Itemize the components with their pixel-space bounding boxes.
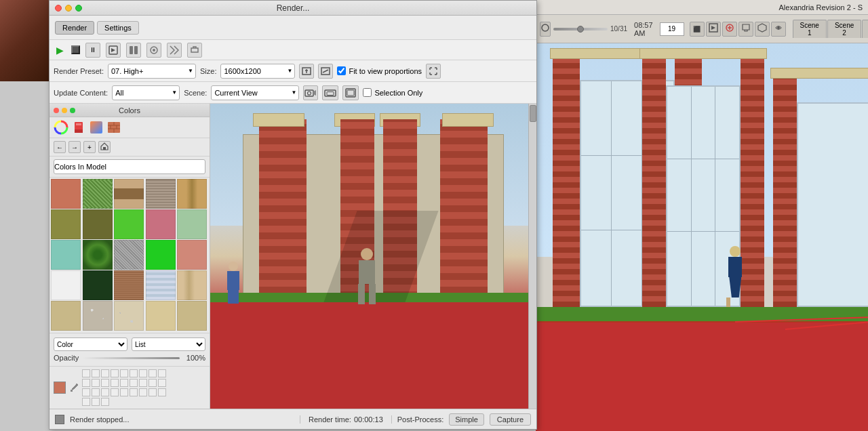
pattern-btn-4[interactable]: [111, 369, 119, 377]
pattern-btn-30[interactable]: [101, 398, 109, 406]
swatch-dark-olive[interactable]: [83, 209, 113, 239]
pattern-btn-28[interactable]: [82, 398, 90, 406]
pattern-btn-10[interactable]: [82, 379, 90, 387]
opacity-slider-track[interactable]: [83, 357, 180, 359]
swatch-tan[interactable]: [51, 301, 81, 331]
scene-select[interactable]: Current View: [211, 85, 299, 100]
color-wheel-icon[interactable]: [54, 120, 68, 135]
pattern-btn-23[interactable]: [120, 388, 128, 396]
render-icon-5[interactable]: [187, 43, 202, 58]
next-color-btn[interactable]: →: [68, 141, 81, 153]
color-type-select[interactable]: Color: [54, 337, 127, 351]
update-content-select[interactable]: All: [112, 85, 180, 100]
pattern-btn-8[interactable]: [149, 369, 157, 377]
pattern-btn-21[interactable]: [101, 388, 109, 396]
add-color-btn[interactable]: +: [83, 141, 96, 153]
fit-to-view-checkbox-label[interactable]: Fit to view proportions: [337, 66, 422, 75]
render-icon-1[interactable]: [106, 43, 121, 58]
colors-close-dot[interactable]: [54, 108, 59, 113]
selection-only-label[interactable]: Selection Only: [363, 88, 422, 97]
pattern-btn-16[interactable]: [139, 379, 147, 387]
pattern-btn-27[interactable]: [158, 388, 166, 396]
eyedropper-icon[interactable]: [68, 382, 79, 393]
pattern-btn-18[interactable]: [158, 379, 166, 387]
pattern-btn-19[interactable]: [82, 388, 90, 396]
pattern-btn-2[interactable]: [92, 369, 100, 377]
play-button[interactable]: ▶: [54, 44, 66, 56]
minimize-dot[interactable]: [65, 5, 72, 12]
scene-tab-5[interactable]: Scene 5: [862, 20, 868, 38]
swatch-wood-brown[interactable]: [177, 179, 207, 209]
swatch-olive[interactable]: [51, 209, 81, 239]
gradient-icon[interactable]: [89, 120, 104, 135]
pattern-btn-7[interactable]: [139, 369, 147, 377]
pattern-btn-26[interactable]: [149, 388, 157, 396]
camera-icon-2[interactable]: [322, 85, 338, 100]
crayon-icon[interactable]: [71, 120, 86, 135]
sk-icon-3[interactable]: [722, 22, 737, 37]
pattern-btn-25[interactable]: [139, 388, 147, 396]
pattern-btn-24[interactable]: [130, 388, 138, 396]
colors-minimize-dot[interactable]: [62, 108, 67, 113]
swatch-light-wood[interactable]: [177, 270, 207, 300]
swatch-figure[interactable]: [114, 179, 144, 209]
render-icon-3[interactable]: [146, 43, 161, 58]
selection-only-checkbox[interactable]: [363, 88, 372, 97]
tab-settings[interactable]: Settings: [97, 21, 139, 35]
capture-button[interactable]: Capture: [490, 413, 531, 426]
colors-maximize-dot[interactable]: [70, 108, 75, 113]
size-select[interactable]: 1600x1200: [220, 64, 295, 79]
frame-icon[interactable]: [342, 85, 359, 100]
swatch-white-twig[interactable]: [51, 270, 81, 300]
pattern-btn-15[interactable]: [130, 379, 138, 387]
swatch-gray[interactable]: [114, 240, 144, 270]
pattern-btn-9[interactable]: [158, 369, 166, 377]
sk-icon-5[interactable]: [755, 22, 770, 37]
sk-slider-track[interactable]: [553, 28, 608, 30]
pattern-btn-11[interactable]: [92, 379, 100, 387]
pattern-btn-3[interactable]: [101, 369, 109, 377]
fit-to-view-checkbox[interactable]: [337, 66, 346, 75]
swatch-pink[interactable]: [146, 209, 176, 239]
pattern-btn-17[interactable]: [149, 379, 157, 387]
sk-icon-1[interactable]: ⬛: [690, 22, 705, 37]
maximize-dot[interactable]: [75, 5, 82, 12]
swatch-brown-texture[interactable]: [114, 270, 144, 300]
pattern-btn-20[interactable]: [92, 388, 100, 396]
pattern-btn-5[interactable]: [120, 369, 128, 377]
pattern-btn-6[interactable]: [130, 369, 138, 377]
swatch-bright-green[interactable]: [114, 209, 144, 239]
color-view-select[interactable]: List: [132, 337, 205, 351]
sk-tool-1[interactable]: [540, 22, 551, 37]
swatch-terracotta[interactable]: [51, 179, 81, 209]
size-icon-1[interactable]: [299, 64, 314, 79]
render-icon-4[interactable]: [167, 43, 182, 58]
swatch-salmon[interactable]: [177, 240, 207, 270]
swatch-dark-panel[interactable]: [83, 270, 113, 300]
swatch-bright-green2[interactable]: [146, 240, 176, 270]
home-color-btn[interactable]: [98, 141, 111, 153]
sk-icon-6[interactable]: [771, 22, 786, 37]
pattern-btn-22[interactable]: [111, 388, 119, 396]
pattern-btn-29[interactable]: [92, 398, 100, 406]
camera-icon-1[interactable]: [303, 85, 318, 100]
swatch-plant[interactable]: [83, 240, 113, 270]
pattern-btn-1[interactable]: [82, 369, 90, 377]
pause-button[interactable]: ⏸: [85, 43, 100, 58]
post-process-button[interactable]: Simple: [449, 413, 484, 426]
prev-color-btn[interactable]: ←: [54, 141, 66, 153]
brick-icon[interactable]: [106, 120, 121, 135]
swatch-tan2[interactable]: [177, 301, 207, 331]
render-preset-select[interactable]: 07. High+: [108, 64, 196, 79]
scene-tab-2[interactable]: Scene 2: [827, 20, 861, 38]
size-icon-2[interactable]: [318, 64, 333, 79]
number-field[interactable]: [660, 22, 684, 36]
fit-view-icon[interactable]: [426, 64, 441, 79]
swatch-teal[interactable]: [51, 240, 81, 270]
pattern-btn-14[interactable]: [120, 379, 128, 387]
tab-render[interactable]: Render: [55, 21, 94, 35]
sk-icon-2[interactable]: [706, 22, 721, 37]
colors-in-model-select[interactable]: Colors In Model: [54, 159, 205, 174]
pattern-btn-12[interactable]: [101, 379, 109, 387]
sk-icon-4[interactable]: [738, 22, 753, 37]
